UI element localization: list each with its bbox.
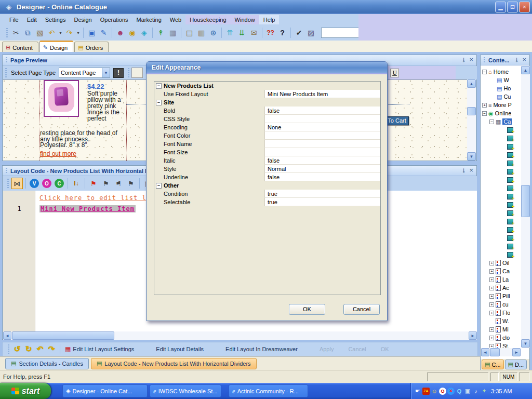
- gem-icon[interactable]: ◈: [139, 28, 150, 38]
- close-panel-icon[interactable]: ×: [469, 167, 473, 174]
- insert-layout-icon[interactable]: I↓: [71, 178, 82, 189]
- preview-extra-box[interactable]: [131, 68, 143, 78]
- ok-button[interactable]: OK: [381, 346, 389, 352]
- expander-icon[interactable]: −: [156, 183, 162, 189]
- copy-icon[interactable]: ⧉: [22, 28, 33, 38]
- scroll-up-icon[interactable]: ▲: [467, 79, 476, 88]
- separator[interactable]: [181, 28, 181, 38]
- toolbar-grip[interactable]: [6, 28, 8, 37]
- tree-page-w[interactable]: ▤ W: [481, 76, 522, 84]
- expand-icon[interactable]: +: [489, 261, 494, 265]
- tray-opera-icon[interactable]: O: [439, 388, 446, 395]
- tree-section-pill[interactable]: + Pill: [481, 292, 522, 300]
- tree-item-catalog[interactable]: − ▦ Ca: [481, 117, 522, 126]
- tree-section-la[interactable]: + La: [481, 275, 522, 284]
- expand-icon[interactable]: +: [489, 327, 494, 332]
- scroll-thumb[interactable]: [521, 185, 530, 217]
- pin-icon[interactable]: ⊸: [460, 58, 467, 62]
- tree-product-item[interactable]: +: [481, 217, 522, 225]
- tray-alert-icon[interactable]: ×: [447, 388, 455, 395]
- tray-volume-icon[interactable]: ♪: [472, 388, 480, 395]
- scroll-thumb[interactable]: [490, 348, 500, 356]
- separator[interactable]: [112, 28, 112, 38]
- expand-icon[interactable]: +: [489, 269, 494, 274]
- pin-icon[interactable]: ⊸: [460, 168, 467, 173]
- expand-icon[interactable]: +: [489, 286, 494, 290]
- tree-product-item[interactable]: +: [481, 184, 522, 192]
- tree-product-item[interactable]: +: [481, 201, 522, 209]
- separator[interactable]: [85, 178, 85, 189]
- customer-icon[interactable]: ☻: [115, 28, 126, 38]
- browse-page-icon[interactable]: ▥: [196, 28, 207, 38]
- minimize-button[interactable]: ▁: [495, 2, 506, 12]
- task-iwdsc[interactable]: e IWDSC Wholesale St...: [150, 384, 221, 397]
- panel-grip[interactable]: [484, 57, 485, 63]
- undo-icon[interactable]: ↶: [46, 28, 57, 38]
- scroll-left-icon[interactable]: ◄: [3, 331, 11, 340]
- expand-icon[interactable]: +: [489, 277, 494, 282]
- tree-product-item[interactable]: +: [481, 151, 522, 159]
- tree-product-item[interactable]: +: [481, 209, 522, 217]
- find-out-more-link[interactable]: find out more: [40, 150, 76, 157]
- insert-object-icon[interactable]: O: [42, 179, 51, 188]
- expand-icon[interactable]: +: [489, 311, 494, 315]
- tree-product-item[interactable]: +: [481, 192, 522, 201]
- property-condition[interactable]: Condition true: [154, 190, 380, 198]
- tree-product-item[interactable]: +: [481, 134, 522, 142]
- edit-layout-in-dreamweaver-button[interactable]: Edit Layout In Dreamweaver: [225, 346, 298, 352]
- undo-dropdown-icon[interactable]: ▾: [58, 28, 63, 38]
- properties-icon[interactable]: ▨: [305, 28, 316, 38]
- edit-layout-details-button[interactable]: Edit Layout Details: [156, 346, 204, 352]
- menu-marketing[interactable]: Marketing: [132, 15, 166, 24]
- scroll-thumb[interactable]: [12, 331, 114, 340]
- design-brush-icon[interactable]: ✎: [98, 28, 109, 38]
- move-up-icon[interactable]: ⇈: [224, 28, 235, 38]
- expander-icon[interactable]: −: [156, 83, 162, 89]
- expand-icon[interactable]: +: [489, 344, 494, 348]
- close-panel-icon[interactable]: ×: [469, 57, 473, 63]
- menu-operations[interactable]: Operations: [96, 15, 132, 24]
- dialog-cancel-button[interactable]: Cancel: [343, 304, 380, 315]
- tree-page-ho[interactable]: ▤ Ho: [481, 84, 522, 92]
- tab-layout-code[interactable]: ▤ Layout Code - New Products List With H…: [91, 358, 257, 369]
- tree-item-online[interactable]: − ◉ Online: [481, 109, 522, 117]
- prev-bookmark-icon[interactable]: ⚑: [113, 178, 124, 189]
- menu-web[interactable]: Web: [166, 15, 185, 24]
- toolbar-grip[interactable]: [128, 68, 129, 77]
- menu-file[interactable]: File: [5, 15, 23, 24]
- start-button[interactable]: start: [0, 383, 51, 399]
- dialog-titlebar[interactable]: Edit Appearance: [147, 62, 387, 74]
- group-other[interactable]: − Other: [154, 181, 380, 190]
- menu-settings[interactable]: Settings: [41, 15, 70, 24]
- spell-check-icon[interactable]: ✔: [294, 28, 304, 38]
- tray-quicktime-icon[interactable]: Q: [456, 388, 463, 395]
- scroll-up-icon[interactable]: ▲: [521, 66, 530, 74]
- toolbar-grip[interactable]: [5, 68, 7, 77]
- tree-section-mi[interactable]: + Mi: [481, 325, 522, 334]
- preview-page-icon[interactable]: ▤: [184, 28, 195, 38]
- tray-zonealarm-icon[interactable]: ZA: [422, 388, 430, 395]
- scroll-down-icon[interactable]: ▼: [467, 152, 476, 161]
- panel-grip[interactable]: [6, 57, 7, 63]
- group-new-products-list[interactable]: − New Products List: [154, 82, 380, 90]
- expand-icon[interactable]: +: [489, 302, 494, 307]
- scroll-right-icon[interactable]: ►: [469, 331, 477, 340]
- tree-product-item[interactable]: +: [481, 225, 522, 234]
- tree-product-item[interactable]: +: [481, 176, 522, 184]
- cut-icon[interactable]: ✂: [10, 28, 21, 38]
- swap-left-icon[interactable]: ↶: [34, 343, 46, 355]
- tree-section-st[interactable]: + St.: [481, 342, 522, 348]
- separator[interactable]: [68, 178, 68, 189]
- tree-section-oil[interactable]: + Oil: [481, 259, 522, 267]
- tree-product-item[interactable]: +: [481, 159, 522, 167]
- task-actinic[interactable]: e Actinic Community - R...: [229, 384, 308, 397]
- separator[interactable]: [290, 28, 291, 38]
- tree-product-item[interactable]: +: [481, 126, 522, 134]
- send-mail-icon[interactable]: ✉: [248, 28, 259, 38]
- preview-warning-button[interactable]: !: [113, 68, 124, 78]
- close-panel-icon[interactable]: ×: [522, 57, 526, 63]
- toolbar-grip[interactable]: [7, 179, 9, 188]
- property-font-name[interactable]: Font Name: [154, 140, 380, 148]
- expander-icon[interactable]: −: [156, 100, 162, 105]
- expand-icon[interactable]: +: [489, 294, 494, 299]
